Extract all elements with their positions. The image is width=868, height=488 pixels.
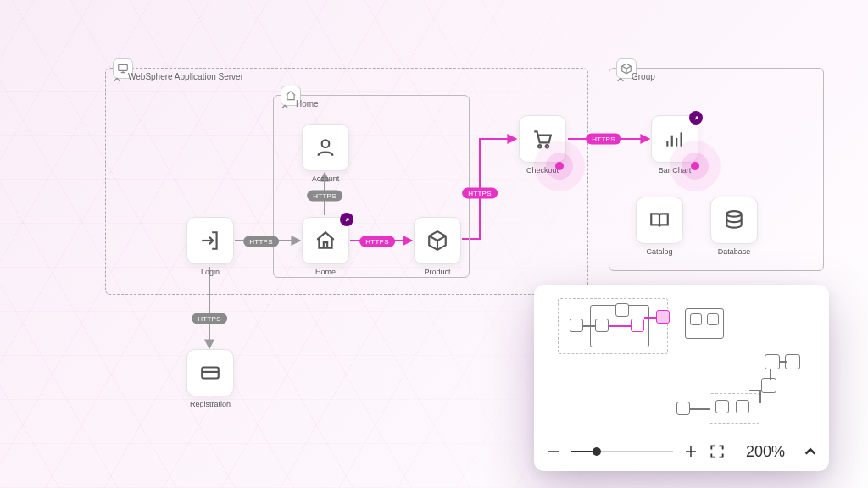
- node-home-label: Home: [315, 268, 336, 276]
- zoom-value: 200%: [746, 443, 785, 461]
- node-account[interactable]: Account: [300, 124, 351, 183]
- svg-point-4: [546, 145, 548, 147]
- user-icon: [314, 136, 337, 158]
- book-open-icon: [648, 209, 670, 231]
- minimap-controls: 200%: [534, 432, 829, 471]
- card-icon: [199, 362, 221, 384]
- external-link-badge[interactable]: [689, 111, 703, 125]
- node-product-label: Product: [424, 268, 450, 276]
- svg-point-2: [322, 140, 330, 147]
- edge-checkout-barchart-label: HTTPS: [586, 134, 621, 145]
- edge-login-home-label: HTTPS: [243, 236, 279, 247]
- node-login[interactable]: Login: [185, 217, 236, 276]
- node-registration-label: Registration: [190, 400, 231, 408]
- edge-home-product-label: HTTPS: [359, 236, 395, 247]
- diagram-canvas[interactable]: WebSphere Application Server Home Group: [0, 0, 868, 488]
- node-checkout-label: Checkout: [526, 166, 559, 175]
- home-icon: [314, 230, 337, 252]
- fit-screen-button[interactable]: [709, 443, 726, 460]
- group-home-label: Home: [296, 99, 319, 108]
- minimap-panel[interactable]: 200%: [534, 285, 829, 471]
- node-account-label: Account: [312, 175, 340, 183]
- external-link-badge[interactable]: [340, 213, 353, 226]
- database-icon: [723, 209, 745, 231]
- edge-login-reg-label: HTTPS: [192, 313, 227, 324]
- group-collapse-toggle[interactable]: [111, 74, 123, 86]
- node-catalog[interactable]: Catalog: [634, 197, 685, 256]
- node-database-label: Database: [718, 247, 751, 256]
- group-collapse-toggle[interactable]: [279, 101, 291, 113]
- group-right-label: Group: [632, 72, 655, 81]
- cart-icon: [531, 128, 554, 150]
- node-product[interactable]: Product: [412, 217, 463, 276]
- node-database[interactable]: Database: [709, 197, 760, 256]
- minimap[interactable]: [542, 293, 821, 432]
- node-catalog-label: Catalog: [646, 247, 672, 256]
- svg-rect-0: [119, 64, 128, 70]
- node-home[interactable]: Home: [300, 217, 351, 276]
- node-barchart-label: Bar Chart: [659, 166, 692, 175]
- edge-product-checkout-label: HTTPS: [462, 188, 498, 199]
- login-icon: [199, 230, 221, 252]
- edge-home-account-label: HTTPS: [307, 191, 342, 202]
- bar-chart-icon: [664, 128, 686, 150]
- node-registration[interactable]: Registration: [185, 349, 236, 408]
- node-login-label: Login: [201, 268, 220, 276]
- node-checkout[interactable]: Checkout: [517, 115, 568, 175]
- zoom-in-button[interactable]: [683, 444, 698, 459]
- node-barchart[interactable]: Bar Chart: [649, 115, 700, 175]
- svg-point-3: [538, 145, 541, 147]
- group-collapse-toggle[interactable]: [615, 74, 626, 86]
- zoom-out-button[interactable]: [546, 444, 561, 459]
- svg-point-5: [726, 211, 741, 217]
- zoom-slider[interactable]: [571, 446, 673, 458]
- group-server-label: WebSphere Application Server: [128, 72, 243, 81]
- minimap-collapse-button[interactable]: [804, 445, 817, 458]
- cube-icon: [426, 230, 448, 252]
